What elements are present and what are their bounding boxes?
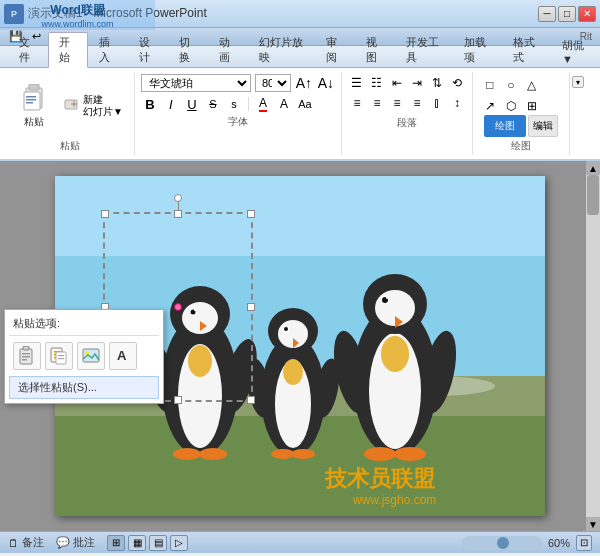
tab-animations[interactable]: 动画	[208, 32, 248, 67]
resize-handle-tr[interactable]	[247, 210, 255, 218]
font-decrease-button[interactable]: A↓	[317, 74, 335, 92]
scroll-down-button[interactable]: ▼	[586, 517, 600, 531]
align-right-button[interactable]: ≡	[388, 94, 406, 112]
paste-icon-keep-source[interactable]	[45, 342, 73, 370]
ribbon-tabs: 文件 开始 插入 设计 切换 动画 幻灯片放映 审阅 视图 开发工具 加载项 格…	[0, 46, 600, 68]
numbering-button[interactable]: ☷	[368, 74, 386, 92]
close-button[interactable]: ✕	[578, 6, 596, 22]
svg-text:技术员联盟: 技术员联盟	[324, 466, 436, 491]
tab-format[interactable]: 格式式	[502, 32, 551, 67]
shape-button-3[interactable]: △	[523, 76, 541, 94]
slideshow-button[interactable]: ▷	[170, 535, 188, 551]
underline-button[interactable]: U	[183, 95, 201, 113]
ribbon-expand-button[interactable]: ▾	[572, 76, 584, 88]
font-name-select[interactable]: 华文琥珀	[141, 74, 251, 92]
view-reading-button[interactable]: ▤	[149, 535, 167, 551]
view-normal-button[interactable]: ⊞	[107, 535, 125, 551]
svg-point-55	[394, 447, 426, 461]
text-direction-button[interactable]: ⇅	[428, 74, 446, 92]
bullets-button[interactable]: ☰	[348, 74, 366, 92]
comments-label: 批注	[73, 535, 95, 550]
resize-handle-tl[interactable]	[101, 210, 109, 218]
tab-slideshow[interactable]: 幻灯片放映	[248, 32, 315, 67]
tab-file[interactable]: 文件	[8, 32, 48, 67]
svg-rect-3	[26, 96, 36, 98]
svg-rect-2	[24, 92, 40, 110]
app-logo: P	[4, 4, 24, 24]
font-color-button[interactable]: A	[254, 95, 272, 113]
slide-notes[interactable]: 🗒 备注	[8, 535, 44, 550]
strikethrough-button[interactable]: S	[204, 95, 222, 113]
paste-popup: 粘贴选项:	[4, 309, 164, 404]
increase-indent-button[interactable]: ⇥	[408, 74, 426, 92]
maximize-button[interactable]: □	[558, 6, 576, 22]
paste-button[interactable]: 粘贴	[12, 77, 56, 135]
scroll-thumb[interactable]	[587, 175, 599, 215]
highlight-button[interactable]: Aa	[296, 95, 314, 113]
tab-transitions[interactable]: 切换	[168, 32, 208, 67]
resize-handle-br[interactable]	[247, 396, 255, 404]
vertical-scrollbar[interactable]: ▲ ▼	[586, 161, 600, 531]
tab-developer[interactable]: 开发工具	[395, 32, 453, 67]
minimize-button[interactable]: ─	[538, 6, 556, 22]
paste-icon-text-only[interactable]: A	[109, 342, 137, 370]
tab-design[interactable]: 设计	[128, 32, 168, 67]
font-size-select[interactable]: 80	[255, 74, 291, 92]
slide-comments[interactable]: 💬 批注	[56, 535, 95, 550]
line-spacing-button[interactable]: ↕	[448, 94, 466, 112]
paste-group: 粘贴 新建幻灯片▼ 粘贴	[6, 72, 135, 155]
svg-point-50	[386, 297, 388, 299]
shape-button-4[interactable]: ↗	[481, 97, 499, 115]
view-slidesorter-button[interactable]: ▦	[128, 535, 146, 551]
fit-button[interactable]: ⊡	[576, 535, 592, 551]
align-left-button[interactable]: ≡	[348, 94, 366, 112]
font-row1: 华文琥珀 80 A↑ A↓	[141, 74, 335, 92]
italic-button[interactable]: I	[162, 95, 180, 113]
tab-home[interactable]: 开始	[48, 32, 88, 68]
justify-button[interactable]: ≡	[408, 94, 426, 112]
center-handle[interactable]	[174, 303, 182, 311]
shape-button-1[interactable]: □	[481, 76, 499, 94]
status-left: 🗒 备注 💬 批注 ⊞ ▦ ▤ ▷	[8, 535, 188, 551]
draw-tool-row: 绘图 编辑	[484, 115, 558, 137]
notes-icon: 🗒	[8, 537, 19, 549]
scroll-up-button[interactable]: ▲	[586, 161, 600, 175]
zoom-slider[interactable]	[462, 536, 542, 550]
tab-review[interactable]: 审阅	[315, 32, 355, 67]
decrease-indent-button[interactable]: ⇤	[388, 74, 406, 92]
svg-point-41	[173, 448, 201, 460]
paste-icon-clipboard[interactable]	[13, 342, 41, 370]
shape-button-6[interactable]: ⊞	[523, 97, 541, 115]
columns-button[interactable]: ⫿	[428, 94, 446, 112]
tab-addins[interactable]: 加载项	[453, 32, 502, 67]
svg-rect-5	[26, 102, 33, 104]
resize-handle-mr[interactable]	[247, 303, 255, 311]
edit-button[interactable]: 编辑	[528, 115, 558, 137]
shape-button-5[interactable]: ⬡	[502, 97, 520, 115]
paste-group-content: 粘贴 新建幻灯片▼	[12, 74, 128, 137]
font-increase-button[interactable]: A↑	[295, 74, 313, 92]
new-slide-button[interactable]: 新建幻灯片▼	[59, 91, 128, 121]
window-controls[interactable]: ─ □ ✕	[538, 6, 596, 22]
resize-handle-bm[interactable]	[174, 396, 182, 404]
shape-button-2[interactable]: ○	[502, 76, 520, 94]
view-buttons: ⊞ ▦ ▤ ▷	[107, 535, 188, 551]
rotation-handle[interactable]	[174, 194, 182, 202]
paste-icon-picture[interactable]	[77, 342, 105, 370]
resize-handle-tm[interactable]	[174, 210, 182, 218]
divider	[248, 97, 249, 111]
tab-insert[interactable]: 插入	[88, 32, 128, 67]
svg-point-67	[291, 449, 315, 459]
tab-view[interactable]: 视图	[355, 32, 395, 67]
paste-special-menu-item[interactable]: 选择性粘贴(S)...	[9, 376, 159, 399]
align-center-button[interactable]: ≡	[368, 94, 386, 112]
bold-button[interactable]: B	[141, 95, 159, 113]
convert-smartart-button[interactable]: ⟲	[448, 74, 466, 92]
clear-format-button[interactable]: A	[275, 95, 293, 113]
drawing-button[interactable]: 绘图	[484, 115, 526, 137]
zoom-thumb[interactable]	[497, 537, 509, 549]
shadow-button[interactable]: s	[225, 95, 243, 113]
svg-rect-4	[26, 99, 36, 101]
small-buttons: 新建幻灯片▼	[59, 91, 128, 121]
tab-user[interactable]: 胡侃▼	[551, 35, 600, 67]
